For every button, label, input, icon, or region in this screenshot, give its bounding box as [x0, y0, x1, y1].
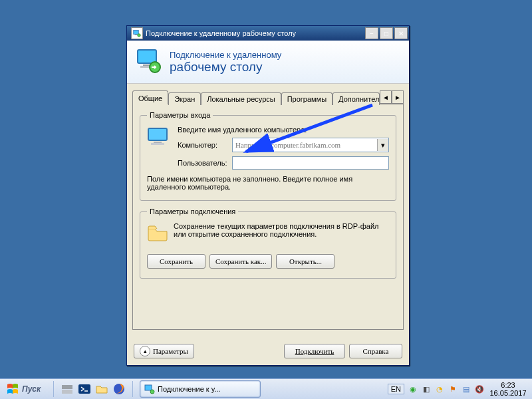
clock-time: 6:23	[488, 381, 528, 389]
computer-row: Компьютер: ▾	[178, 138, 389, 152]
svg-point-2	[138, 34, 141, 37]
svg-rect-11	[62, 385, 72, 389]
taskbar: Пуск Подключение к у... EN ◉ ◧ ◔ ⚑ ▤ 🔇 6…	[0, 378, 532, 399]
folder-icon	[147, 223, 168, 242]
help-button[interactable]: Справка	[349, 344, 402, 358]
update-icon[interactable]: ◔	[435, 384, 444, 394]
save-button[interactable]: Сохранить	[147, 254, 205, 269]
language-indicator[interactable]: EN	[388, 384, 404, 394]
svg-rect-12	[62, 390, 72, 394]
group-login: Параметры входа Введите имя удаленного к…	[140, 111, 396, 201]
start-label: Пуск	[22, 384, 41, 394]
rdp-icon	[134, 47, 163, 76]
tabs-scroll-left-button[interactable]: ◄	[380, 90, 392, 104]
windows-logo-icon	[6, 382, 19, 396]
login-hint: Поле имени компьютера не заполнено. Введ…	[147, 175, 389, 191]
svg-rect-7	[148, 128, 167, 140]
explorer-icon[interactable]	[95, 382, 108, 396]
open-button[interactable]: Открыть...	[276, 254, 334, 269]
tab-display[interactable]: Экран	[168, 92, 201, 105]
tab-general[interactable]: Общие	[132, 90, 168, 104]
tabs-scroll-right-button[interactable]: ►	[392, 90, 404, 104]
tabs: Общие Экран Локальные ресурсы Программы …	[132, 89, 404, 330]
title-text: Подключение к удаленному рабочему столу	[146, 29, 365, 37]
network-icon[interactable]: ▤	[462, 384, 471, 394]
tab-programs[interactable]: Программы	[281, 92, 332, 105]
clock[interactable]: 6:23 16.05.2017	[488, 381, 528, 397]
group-login-legend: Параметры входа	[147, 111, 213, 119]
powershell-icon[interactable]	[78, 382, 91, 396]
flag-icon[interactable]: ⚑	[448, 384, 458, 394]
svg-rect-9	[151, 143, 164, 145]
svg-rect-15	[145, 385, 152, 390]
connection-desc: Сохранение текущих параметров подключени…	[147, 222, 389, 243]
rdp-small-icon	[144, 384, 155, 394]
maximize-button[interactable]: □	[380, 27, 393, 39]
svg-point-16	[150, 390, 154, 394]
banner-line1: Подключение к удаленному	[170, 50, 281, 60]
close-button[interactable]: ✕	[394, 27, 408, 39]
svg-rect-1	[135, 35, 137, 35]
connect-button[interactable]: Подключить	[284, 344, 345, 358]
computer-label: Компьютер:	[178, 141, 232, 149]
chevron-up-icon: ▴	[140, 346, 150, 356]
clock-date: 16.05.2017	[488, 389, 528, 397]
title-icon	[131, 27, 143, 39]
rdp-dialog: Подключение к удаленному рабочему столу …	[126, 25, 410, 366]
group-connection: Параметры подключения Сохранение текущих…	[140, 207, 396, 279]
computer-input[interactable]	[233, 141, 377, 149]
server-manager-icon[interactable]	[61, 382, 74, 396]
user-row: Пользователь:	[178, 156, 389, 170]
tab-local-resources[interactable]: Локальные ресурсы	[201, 92, 281, 105]
taskbar-divider	[132, 381, 133, 397]
options-button[interactable]: ▴ Параметры	[134, 344, 194, 358]
titlebar[interactable]: Подключение к удаленному рабочему столу …	[127, 26, 409, 41]
chevron-down-icon: ▾	[381, 141, 385, 150]
tab-panel-general: Параметры входа Введите имя удаленного к…	[132, 104, 404, 330]
dialog-footer: ▴ Параметры Подключить Справка	[134, 344, 402, 358]
banner-line2: рабочему столу	[170, 60, 281, 74]
system-tray: EN ◉ ◧ ◔ ⚑ ▤ 🔇 6:23 16.05.2017	[384, 381, 532, 397]
user-input[interactable]	[232, 156, 389, 170]
tab-advanced[interactable]: Дополнительн	[332, 92, 380, 105]
computer-dropdown-button[interactable]: ▾	[377, 139, 388, 151]
security-icon[interactable]: ◉	[408, 384, 418, 394]
removable-icon[interactable]: ◧	[422, 384, 431, 394]
taskbar-active-task[interactable]: Подключение к у...	[140, 380, 261, 398]
quicklaunch	[57, 382, 130, 396]
computer-icon	[147, 127, 172, 147]
user-label: Пользователь:	[178, 159, 232, 167]
taskbar-active-task-label: Подключение к у...	[158, 385, 220, 393]
options-label: Параметры	[153, 347, 188, 355]
save-as-button[interactable]: Сохранить как...	[209, 254, 272, 269]
group-connection-legend: Параметры подключения	[147, 207, 238, 215]
minimize-button[interactable]: −	[365, 27, 378, 39]
computer-combo[interactable]: ▾	[232, 138, 389, 152]
svg-rect-8	[154, 142, 162, 143]
volume-icon[interactable]: 🔇	[475, 384, 484, 394]
taskbar-divider	[53, 381, 54, 397]
svg-rect-0	[134, 31, 139, 35]
start-button[interactable]: Пуск	[3, 380, 48, 398]
svg-rect-3	[138, 50, 156, 63]
login-intro: Введите имя удаленного компьютера.	[147, 126, 389, 134]
firefox-icon[interactable]	[112, 382, 126, 396]
banner: Подключение к удаленному рабочему столу	[127, 41, 409, 84]
